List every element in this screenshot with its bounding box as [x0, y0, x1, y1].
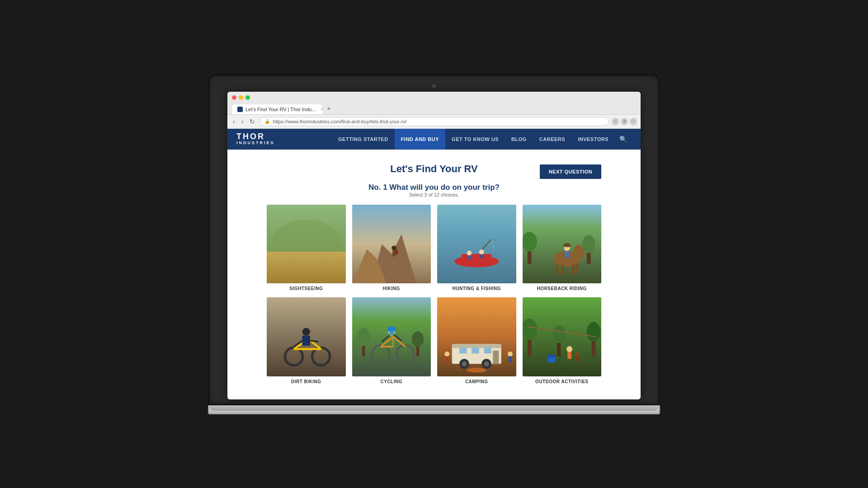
svg-rect-66 — [452, 344, 501, 348]
svg-rect-76 — [509, 357, 512, 362]
horseback-riding-label: HORSEBACK RIDING — [523, 286, 602, 291]
nav-investors[interactable]: INVESTORS — [571, 129, 615, 150]
svg-point-25 — [523, 231, 537, 251]
site-nav: THOR INDUSTRIES GETTING STARTED FIND AND… — [227, 129, 641, 150]
svg-rect-6 — [297, 263, 298, 266]
activity-sightseeing[interactable]: SIGHTSEEING — [267, 205, 346, 291]
cycling-img-inner — [352, 297, 431, 376]
close-traffic-light[interactable] — [232, 95, 236, 100]
camping-image — [437, 297, 516, 376]
hiking-label: HIKING — [352, 286, 431, 291]
site-content: THOR INDUSTRIES GETTING STARTED FIND AND… — [227, 129, 641, 399]
svg-point-84 — [586, 322, 600, 342]
traffic-lights — [232, 95, 636, 100]
forward-button[interactable]: › — [240, 117, 245, 126]
nav-careers[interactable]: CAREERS — [533, 129, 571, 150]
svg-point-52 — [411, 331, 423, 347]
svg-point-4 — [297, 256, 301, 260]
cycling-image — [352, 297, 431, 376]
menu-icon[interactable]: ⋯ — [630, 118, 637, 125]
camera — [432, 84, 436, 88]
main-content: Let's Find Your RV NEXT QUESTION No. 1 W… — [258, 150, 610, 399]
svg-rect-92 — [547, 355, 555, 357]
svg-point-79 — [467, 368, 486, 373]
activity-camping[interactable]: CAMPING — [437, 297, 516, 384]
svg-rect-3 — [267, 263, 346, 283]
svg-rect-32 — [572, 263, 574, 274]
svg-rect-67 — [459, 347, 467, 353]
bookmark-icon[interactable]: ☆ — [612, 118, 619, 125]
camping-img-inner — [437, 297, 516, 376]
svg-rect-2 — [267, 258, 346, 283]
browser-tabs: Let's Find Your RV | Thor Indu... ✕ + — [232, 103, 636, 114]
back-button[interactable]: ‹ — [231, 117, 237, 126]
screen-bezel: Let's Find Your RV | Thor Indu... ✕ + ‹ … — [208, 74, 660, 405]
svg-rect-69 — [484, 347, 491, 353]
sightseeing-label: SIGHTSEEING — [267, 286, 346, 291]
activity-hunting-fishing[interactable]: HUNTING & FISHING — [437, 205, 516, 291]
svg-rect-68 — [472, 347, 479, 353]
hunting-fishing-label: HUNTING & FISHING — [437, 286, 516, 291]
camping-label: CAMPING — [437, 379, 516, 384]
svg-rect-64 — [437, 297, 516, 376]
svg-point-1 — [272, 219, 341, 268]
svg-point-27 — [582, 235, 594, 253]
nav-get-to-know-us[interactable]: GET TO KNOW US — [445, 129, 505, 150]
search-icon[interactable]: 🔍 — [615, 136, 632, 143]
svg-rect-61 — [389, 331, 394, 335]
activity-cycling[interactable]: CYCLING — [352, 297, 431, 384]
browser-actions: ☆ ⚙ ⋯ — [612, 118, 637, 125]
question-text: No. 1 What will you do on your trip? — [267, 183, 601, 192]
svg-rect-5 — [298, 260, 300, 264]
site-logo: THOR INDUSTRIES — [236, 132, 275, 146]
maximize-traffic-light[interactable] — [245, 95, 250, 100]
svg-rect-70 — [493, 351, 499, 364]
hunting-fishing-image — [437, 205, 516, 284]
svg-rect-14 — [437, 205, 516, 284]
activity-horseback-riding[interactable]: HORSEBACK RIDING — [523, 205, 602, 291]
svg-rect-13 — [394, 249, 398, 254]
activity-outdoor[interactable]: OUTDOOR ACTIVITIES — [523, 297, 602, 384]
svg-rect-90 — [575, 356, 579, 361]
svg-rect-45 — [302, 336, 310, 346]
svg-rect-35 — [564, 251, 569, 258]
svg-rect-7 — [299, 263, 301, 266]
svg-rect-78 — [446, 357, 449, 362]
hiking-image — [352, 205, 431, 284]
outdoor-label: OUTDOOR ACTIVITIES — [523, 379, 602, 384]
refresh-button[interactable]: ↻ — [248, 117, 257, 126]
next-question-button[interactable]: NEXT QUESTION — [540, 164, 601, 179]
new-tab-button[interactable]: + — [323, 103, 334, 114]
logo-industries: INDUSTRIES — [236, 141, 275, 145]
activity-grid-row1: SIGHTSEEING — [267, 205, 601, 291]
nav-find-and-buy[interactable]: FIND AND BUY — [395, 129, 445, 150]
svg-rect-37 — [564, 243, 569, 246]
dirtbike-label: DIRT BIKING — [267, 379, 346, 384]
tab-close-button[interactable]: ✕ — [321, 107, 322, 112]
hiking-img-inner — [352, 205, 431, 284]
browser-chrome: Let's Find Your RV | Thor Indu... ✕ + — [227, 92, 641, 115]
svg-point-44 — [302, 328, 310, 336]
svg-point-17 — [467, 250, 472, 255]
svg-point-89 — [575, 352, 579, 356]
nav-links: GETTING STARTED FIND AND BUY GET TO KNOW… — [332, 129, 615, 150]
question-row: Let's Find Your RV NEXT QUESTION — [267, 163, 601, 180]
activity-hiking[interactable]: HIKING — [352, 205, 431, 291]
tab-favicon — [237, 107, 243, 112]
outdoor-img-inner — [523, 297, 602, 376]
nav-getting-started[interactable]: GETTING STARTED — [332, 129, 395, 150]
active-tab[interactable]: Let's Find Your RV | Thor Indu... ✕ — [232, 104, 322, 114]
url-field[interactable]: 🔒 https://www.thorindustries.com/find-an… — [259, 117, 609, 126]
browser-window: Let's Find Your RV | Thor Indu... ✕ + ‹ … — [227, 92, 641, 399]
svg-point-72 — [462, 361, 467, 366]
laptop-base — [208, 405, 660, 414]
extensions-icon[interactable]: ⚙ — [621, 118, 628, 125]
minimize-traffic-light[interactable] — [239, 95, 243, 100]
svg-rect-18 — [468, 255, 471, 259]
laptop-hinge — [209, 405, 659, 411]
logo-thor: THOR — [236, 132, 275, 141]
nav-blog[interactable]: BLOG — [505, 129, 533, 150]
svg-rect-88 — [567, 352, 571, 359]
activity-dirtbike[interactable]: DIRT BIKING — [267, 297, 346, 384]
tab-title: Let's Find Your RV | Thor Indu... — [245, 107, 316, 112]
